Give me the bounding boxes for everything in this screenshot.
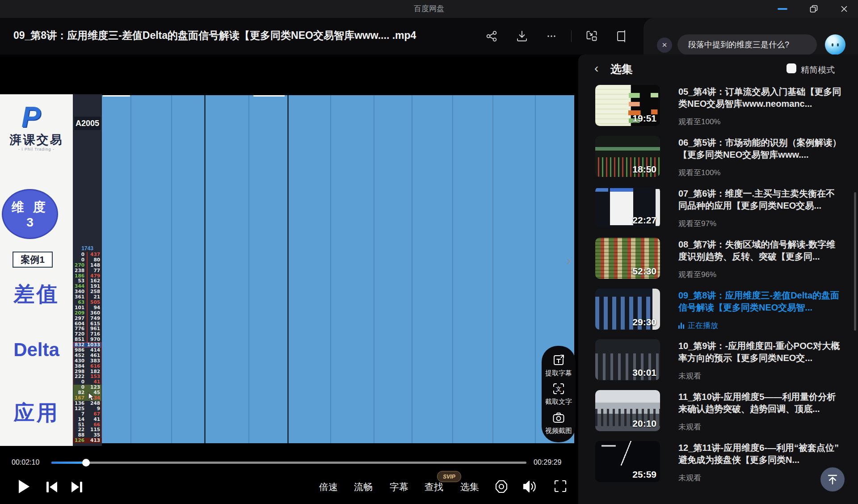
restore-button[interactable] xyxy=(803,0,824,18)
chevron-right-icon[interactable]: › xyxy=(567,253,571,268)
episode-thumbnail[interactable]: 30:01 xyxy=(595,339,660,380)
playlist-title: 选集 xyxy=(610,62,633,76)
progress-handle[interactable] xyxy=(82,459,90,466)
extract-subtitle-button[interactable]: 提取字幕 xyxy=(545,353,572,378)
more-button[interactable] xyxy=(543,27,560,45)
assistant-close-glyph: ✕ xyxy=(662,41,668,49)
more-icon xyxy=(545,30,558,42)
footprint-chart xyxy=(102,95,574,443)
minimize-button[interactable] xyxy=(772,0,793,18)
collapse-player-icon xyxy=(615,29,629,43)
previous-episode-button[interactable] xyxy=(46,481,58,495)
simple-mode-label[interactable]: 精简模式 xyxy=(801,64,835,76)
episode-status: 观看至100% xyxy=(678,117,720,127)
download-icon xyxy=(516,30,528,42)
episode-duration: 52:30 xyxy=(632,266,656,277)
ladder-row: 430383 xyxy=(73,358,101,364)
orderflow-ladder: A2005 1743 04370802701482387718647953162… xyxy=(73,94,102,446)
find-button[interactable]: 查找 xyxy=(425,481,443,493)
video-title: 09_第8讲：应用维度三-差值Delta的盘面信号解读【更多同类NEO交易智库w… xyxy=(13,29,469,44)
app-title: 百度网盘 xyxy=(0,0,858,18)
episode-title[interactable]: 05_第4讲：订单流交易入门基础【更多同类NEO交易智库www.neomanc.… xyxy=(678,86,843,110)
share-button[interactable] xyxy=(483,27,500,45)
volume-button[interactable] xyxy=(522,479,538,496)
fullscreen-button[interactable] xyxy=(553,479,568,495)
play-button[interactable] xyxy=(17,479,30,496)
episode-title[interactable]: 06_第5讲：市场动能的识别（案例解读）【更多同类NEO交易智库www.... xyxy=(678,137,843,161)
capture-tools-pill: 提取字幕 文 截取文字 视频截图 xyxy=(542,346,576,442)
skip-next-icon xyxy=(71,481,83,493)
close-icon xyxy=(841,5,848,13)
close-button[interactable] xyxy=(834,0,854,18)
svg-text:文: 文 xyxy=(556,386,562,392)
collapse-player-button[interactable] xyxy=(613,27,631,45)
chart-column-separator xyxy=(374,95,374,443)
fullscreen-icon xyxy=(553,479,568,493)
episode-title[interactable]: 12_第11讲-应用维度6-—利用“被套点位”避免成为接盘侠【更多同类N... xyxy=(678,442,843,466)
episode-thumbnail[interactable]: 22:27 xyxy=(595,187,660,228)
episode-duration: 25:59 xyxy=(632,469,656,480)
screenshot-button[interactable]: 视频截图 xyxy=(545,411,572,435)
mouse-cursor xyxy=(88,392,94,401)
play-icon xyxy=(17,479,30,494)
minimize-icon xyxy=(778,8,787,10)
episodes-button[interactable]: 选集 xyxy=(460,481,479,493)
chart-column-separator xyxy=(204,95,206,443)
keyword-yingyong: 应用 xyxy=(0,399,73,427)
episode-thumbnail[interactable]: 18:50 xyxy=(595,136,660,177)
assistant-avatar[interactable] xyxy=(825,34,845,55)
chart-column-separator xyxy=(130,95,131,443)
assistant-close-button[interactable]: ✕ xyxy=(657,38,672,53)
video-frame[interactable]: P 湃课交易 - i Phil Trading - 维 度 3 案例1 差值 D… xyxy=(0,94,574,446)
episode-duration: 19:51 xyxy=(632,113,656,124)
back-to-top-button[interactable] xyxy=(820,467,845,491)
quality-button[interactable]: 流畅 xyxy=(354,481,373,493)
picture-in-picture-button[interactable] xyxy=(583,27,601,45)
download-button[interactable] xyxy=(513,27,531,45)
smart-view-button[interactable] xyxy=(494,479,509,496)
ladder-row: 767 xyxy=(73,412,101,417)
episode-duration: 29:30 xyxy=(632,317,656,328)
speed-button[interactable]: 倍速 xyxy=(319,481,338,493)
progress-bar[interactable] xyxy=(51,462,526,464)
subtitle-button[interactable]: 字幕 xyxy=(390,481,408,493)
keyword-delta: Delta xyxy=(0,339,73,361)
ladder-row: 384616 xyxy=(73,364,101,369)
episode-thumbnail[interactable]: 19:51 xyxy=(595,85,660,126)
episode-title[interactable]: 11_第10讲-应用维度5——利用量价分析来确认趋势突破、趋势回调、顶底... xyxy=(678,391,843,415)
episode-status: 未观看 xyxy=(678,473,701,483)
brand-logo: P xyxy=(21,101,41,134)
episode-title[interactable]: 09_第8讲：应用维度三-差值Delta的盘面信号解读【更多同类NEO交易智..… xyxy=(678,290,843,314)
episode-status: 观看至100% xyxy=(678,168,720,178)
header-divider xyxy=(571,30,572,42)
assistant-query-input[interactable]: 段落中提到的维度三是什么? xyxy=(677,34,817,55)
capture-text-button[interactable]: 文 截取文字 xyxy=(545,382,572,406)
episode-duration: 30:01 xyxy=(632,367,656,378)
episode-thumbnail[interactable]: 25:59 xyxy=(595,441,660,482)
episode-title[interactable]: 07_第6讲：维度一.主买与主卖失衡在不同品种的应用【更多同类NEO交易... xyxy=(678,188,843,212)
restore-icon xyxy=(810,5,818,13)
app-window: 百度网盘 09_第8讲：应用维度三-差值Delta的盘面信号解读【更多同类NEO… xyxy=(0,0,858,504)
episode-thumbnail[interactable]: 20:10 xyxy=(595,390,660,431)
episode-title[interactable]: 08_第7讲：失衡区域的信号解读-数字维度识别趋势、反转、突破【更多同... xyxy=(678,239,843,263)
next-episode-button[interactable] xyxy=(71,481,83,495)
screenshot-label: 视频截图 xyxy=(545,427,572,435)
dimension-badge-line1: 维 度 xyxy=(12,199,48,216)
brand-subtitle: - i Phil Trading - xyxy=(0,147,73,151)
ladder-row: 1441 xyxy=(73,417,101,422)
total-time: 00:29:29 xyxy=(534,458,561,466)
ladder-divider-line xyxy=(87,252,88,342)
playlist-back-button[interactable]: ‹ xyxy=(594,62,606,76)
simple-mode-checkbox[interactable] xyxy=(786,63,796,73)
episode-title[interactable]: 10_第9讲：-应用维度四-重心POC对大概率方向的预示【更多同类NEO交... xyxy=(678,340,843,364)
episode-thumbnail[interactable]: 29:30 xyxy=(595,289,660,330)
chart-top-tick xyxy=(103,95,130,97)
ladder-row: 126413 xyxy=(73,438,101,443)
now-playing-icon xyxy=(678,323,684,329)
playlist-scrollbar[interactable] xyxy=(854,192,856,331)
current-time: 00:02:10 xyxy=(12,458,39,466)
chart-column-separator xyxy=(452,95,453,443)
episode-status: 未观看 xyxy=(678,422,701,432)
episode-thumbnail[interactable]: 52:30 xyxy=(595,238,660,279)
case-label: 案例1 xyxy=(13,252,53,268)
